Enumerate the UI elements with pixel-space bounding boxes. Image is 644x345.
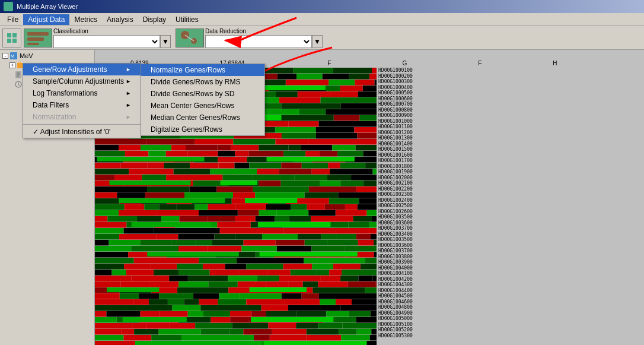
adjust-intensities-label: ✓ Adjust Intensities of '0' — [33, 128, 110, 136]
submenu-normalize[interactable]: Normalize Genes/Rows — [141, 64, 264, 76]
gene-label: HD00G1001000 — [378, 119, 644, 125]
submenu-mean-center[interactable]: Mean Center Genes/Rows — [141, 100, 264, 112]
svg-rect-6 — [7, 39, 11, 43]
top-label-f1: F — [327, 60, 331, 67]
submenu-divide-sd[interactable]: Divide Genes/Rows by SD — [141, 88, 264, 100]
gene-label: HD00G1005100 — [378, 322, 644, 328]
menu-log-trans[interactable]: Log Transformations ► — [23, 87, 141, 99]
top-label-f2: F — [478, 60, 482, 67]
submenu-digitalize[interactable]: Digitalize Genes/Rows — [141, 124, 264, 135]
app-icon — [4, 2, 13, 11]
svg-rect-10 — [27, 37, 44, 41]
data-filters-arrow: ► — [126, 102, 131, 108]
menu-metrics[interactable]: Metrics — [69, 14, 102, 25]
sample-col-adj-label: Sample/Column Adjustments — [33, 77, 124, 86]
sidebar-item-mev[interactable]: - M MeV — [1, 51, 93, 61]
data-reduction-icon — [176, 29, 204, 48]
analysis-expand-btn[interactable]: + — [9, 62, 15, 68]
gene-label: HD00G1001300 — [378, 135, 644, 141]
sidebar-label-mev: MeV — [20, 52, 33, 59]
gene-label: HD00G1002400 — [378, 198, 644, 204]
gene-label: HD00G1004500 — [378, 293, 644, 299]
gene-label: HD00G1001700 — [378, 158, 644, 164]
gene-label: HD00G1003400 — [378, 232, 644, 238]
menu-display[interactable]: Display — [138, 14, 171, 25]
data-filters-label: Data Filters — [33, 101, 69, 109]
top-label-g: G — [402, 60, 407, 67]
gene-label: HD00G1004600 — [378, 299, 644, 305]
gene-label: HD00G1003500 — [378, 214, 644, 220]
gene-label: HD00G1001600 — [378, 153, 644, 159]
svg-rect-4 — [7, 33, 11, 37]
gene-label: HD00G1002100 — [378, 181, 644, 186]
svg-rect-11 — [27, 43, 39, 45]
gene-row-adj-label: Gene/Row Adjustments — [33, 65, 107, 74]
title-text: Multiple Array Viewer — [17, 3, 78, 10]
gene-label: HD00G1000800 — [378, 107, 644, 113]
data-reduction-dropdown-btn[interactable]: ▼ — [312, 35, 323, 48]
gene-label: HD00G1001400 — [378, 141, 644, 147]
gene-label: HD00G1000900 — [378, 113, 644, 119]
data-reduction-label: Data Reduction — [205, 28, 323, 34]
gene-label: HD00G1003800 — [378, 254, 644, 260]
svg-rect-2 — [4, 7, 8, 11]
toolbar-icon-1[interactable] — [2, 29, 21, 48]
submenu-median-center[interactable]: Median Center Genes/Rows — [141, 112, 264, 124]
gene-label: HD00G1000200 — [378, 74, 644, 80]
menu-file[interactable]: File — [2, 14, 23, 25]
data-reduction-select[interactable] — [205, 35, 312, 48]
gene-label: HD00G1003600 — [378, 243, 644, 249]
menu-data-filters[interactable]: Data Filters ► — [23, 99, 141, 111]
gene-row-adj-arrow: ► — [126, 67, 131, 72]
menu-adjust-intensities[interactable]: ✓ Adjust Intensities of '0' — [23, 126, 141, 138]
gene-label: HD00G1000500 — [378, 90, 644, 96]
submenu-divide-rms[interactable]: Divide Genes/Rows by RMS — [141, 76, 264, 88]
gene-label: HD00G1004400 — [378, 288, 644, 294]
classification-icon — [24, 29, 52, 48]
gene-label: HD00G1004200 — [378, 277, 644, 283]
classification-select[interactable] — [53, 35, 160, 48]
gene-label: HD00G1002500 — [378, 203, 644, 209]
gene-label: HD00G1001500 — [378, 147, 644, 153]
gene-label: HD00G1000100 — [378, 68, 644, 74]
svg-rect-5 — [12, 33, 17, 37]
menu-utilities[interactable]: Utilities — [171, 14, 203, 25]
log-trans-arrow: ► — [126, 90, 131, 96]
svg-line-26 — [18, 84, 20, 86]
gene-label: HD00G1000700 — [378, 102, 644, 107]
classification-label: Classification — [53, 28, 171, 34]
menu-adjust-data[interactable]: Adjust Data — [23, 14, 69, 25]
title-bar: Multiple Array Viewer — [0, 0, 644, 13]
gene-label: HD00G1003900 — [378, 259, 644, 265]
gene-label: HD00G1002300 — [378, 192, 644, 198]
svg-rect-9 — [27, 32, 49, 36]
classification-dropdown-btn[interactable]: ▼ — [160, 35, 171, 48]
gene-label: HD00G1000400 — [378, 85, 644, 91]
gene-label: HD00G1004000 — [378, 265, 644, 271]
menu-sample-col-adj[interactable]: Sample/Column Adjustments ► — [23, 75, 141, 87]
classification-wrap: Classification ▼ — [24, 28, 171, 48]
gene-labels: HD00G1000100HD00G1000200HD00G1000300HD00… — [377, 68, 644, 345]
svg-text:M: M — [11, 54, 14, 58]
normalization-arrow: ► — [126, 114, 131, 120]
svg-rect-3 — [9, 7, 12, 11]
svg-marker-19 — [17, 61, 21, 63]
gene-label: HD00G1001200 — [378, 130, 644, 136]
menu-gene-row-adj[interactable]: Gene/Row Adjustments ► Normalize Genes/R… — [23, 64, 141, 75]
gene-label: HD00G1002000 — [378, 175, 644, 181]
top-label-h: H — [553, 60, 557, 67]
svg-rect-0 — [4, 2, 8, 6]
svg-rect-7 — [12, 39, 17, 43]
gene-label: HD00G1004300 — [378, 282, 644, 288]
menu-bar: File Adjust Data Metrics Analysis Displa… — [0, 13, 644, 26]
gene-label: HD00G1005300 — [378, 333, 644, 339]
toolbar: Classification ▼ Data Reduction — [0, 26, 644, 50]
normalization-label: Normalization — [33, 113, 76, 121]
gene-label: HD00G1005200 — [378, 327, 644, 333]
adjust-data-dropdown: Gene/Row Adjustments ► Normalize Genes/R… — [23, 63, 141, 138]
mev-expand-btn[interactable]: - — [2, 53, 8, 59]
gene-label: HD00G1003500 — [378, 237, 644, 243]
menu-analysis[interactable]: Analysis — [102, 14, 138, 25]
gene-label: HD00G1000300 — [378, 79, 644, 85]
menu-separator — [23, 124, 141, 125]
